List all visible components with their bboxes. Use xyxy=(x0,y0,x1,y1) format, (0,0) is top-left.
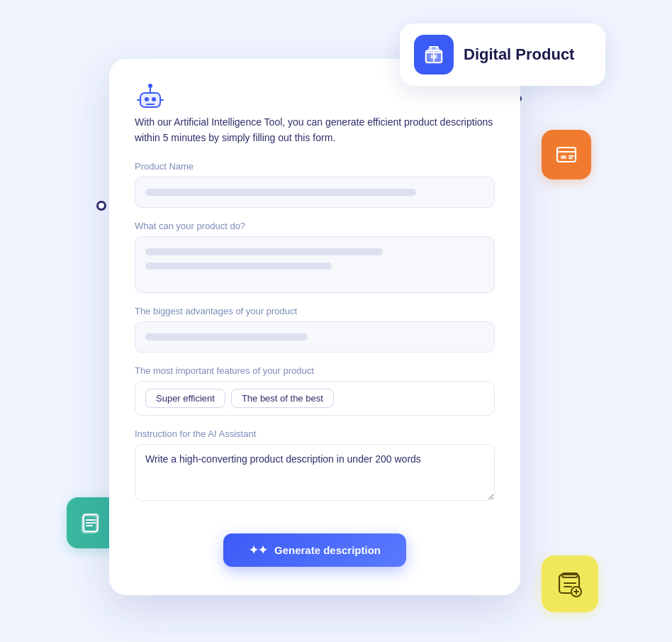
what-can-do-label: What can your product do? xyxy=(135,221,495,231)
svg-rect-5 xyxy=(557,148,576,162)
skeleton-line xyxy=(145,189,416,196)
features-tags-field[interactable]: Super efficient The best of the best xyxy=(135,381,495,416)
generate-button[interactable]: ✦✦ Generate description xyxy=(223,533,406,567)
green-box-icon xyxy=(78,509,106,537)
features-group: The most important features of your prod… xyxy=(135,365,495,416)
svg-rect-6 xyxy=(561,155,566,159)
advantages-label: The biggest advantages of your product xyxy=(135,306,495,316)
what-can-do-group: What can your product do? xyxy=(135,221,495,293)
main-card: With our Artificial Intelligence Tool, y… xyxy=(109,59,520,596)
yellow-box-icon xyxy=(554,568,586,600)
instruction-label: Instruction for the AI Assistant xyxy=(135,428,495,439)
stars-icon: ✦✦ xyxy=(249,543,267,557)
digital-product-card: Digital Product xyxy=(400,23,605,86)
button-wrap: ✦✦ Generate description xyxy=(135,516,495,567)
skeleton-line-2 xyxy=(145,262,332,270)
instruction-textarea[interactable] xyxy=(135,444,495,501)
orange-box-icon xyxy=(554,142,579,167)
generate-button-label: Generate description xyxy=(274,544,381,556)
digital-product-icon-wrap xyxy=(414,35,454,74)
left-dot xyxy=(96,201,106,211)
instruction-group: Instruction for the AI Assistant xyxy=(135,428,495,504)
svg-rect-4 xyxy=(430,55,437,59)
advantages-group: The biggest advantages of your product xyxy=(135,306,495,353)
tag-super-efficient: Super efficient xyxy=(145,389,225,408)
skeleton-line-1 xyxy=(145,248,383,255)
box-icon xyxy=(423,44,444,65)
description-text: With our Artificial Intelligence Tool, y… xyxy=(135,114,495,146)
product-name-input[interactable] xyxy=(135,177,495,208)
svg-point-15 xyxy=(148,84,152,88)
what-can-do-textarea[interactable] xyxy=(135,236,495,293)
orange-box xyxy=(542,130,591,179)
product-name-label: Product Name xyxy=(135,161,495,172)
yellow-box xyxy=(542,555,598,612)
tag-best-of-best: The best of the best xyxy=(231,389,334,408)
skeleton-line-adv xyxy=(145,333,308,341)
digital-product-title: Digital Product xyxy=(464,45,574,64)
features-label: The most important features of your prod… xyxy=(135,365,495,376)
advantages-input[interactable] xyxy=(135,321,495,353)
svg-rect-14 xyxy=(152,97,156,101)
svg-rect-13 xyxy=(145,97,149,101)
product-name-group: Product Name xyxy=(135,161,495,208)
